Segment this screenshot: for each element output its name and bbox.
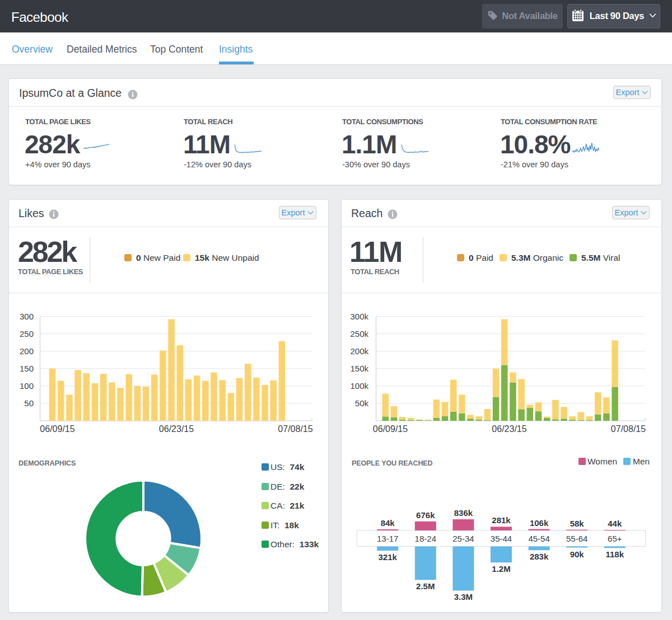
svg-text:65+: 65+ — [608, 534, 622, 543]
svg-text:250: 250 — [20, 329, 34, 339]
svg-text:321k: 321k — [379, 552, 398, 562]
svg-text:3.3M: 3.3M — [454, 592, 473, 602]
svg-text:1.2M: 1.2M — [492, 564, 510, 574]
svg-text:07/08/15: 07/08/15 — [611, 424, 646, 434]
svg-text:250k: 250k — [350, 329, 368, 339]
svg-text:50k: 50k — [355, 398, 369, 408]
svg-text:06/23/15: 06/23/15 — [492, 424, 526, 434]
svg-text:300k: 300k — [350, 312, 368, 321]
svg-text:45-54: 45-54 — [528, 534, 549, 543]
svg-text:84k: 84k — [381, 518, 395, 528]
svg-text:06/23/15: 06/23/15 — [159, 424, 194, 434]
svg-text:118k: 118k — [606, 549, 624, 559]
svg-text:2.5M: 2.5M — [416, 581, 435, 591]
svg-text:836k: 836k — [454, 508, 473, 518]
svg-text:300: 300 — [20, 312, 34, 321]
svg-text:06/09/15: 06/09/15 — [40, 424, 74, 434]
svg-text:90k: 90k — [570, 549, 585, 559]
svg-text:18-24: 18-24 — [415, 534, 436, 543]
svg-text:25-34: 25-34 — [452, 534, 474, 543]
svg-text:281k: 281k — [492, 515, 511, 525]
svg-text:150k: 150k — [350, 364, 368, 373]
svg-text:283k: 283k — [530, 552, 549, 561]
svg-text:55-64: 55-64 — [566, 534, 587, 543]
svg-text:100: 100 — [20, 381, 34, 391]
svg-text:44k: 44k — [608, 519, 622, 528]
svg-text:13-17: 13-17 — [377, 534, 398, 543]
svg-text:58k: 58k — [570, 519, 585, 528]
svg-text:35-44: 35-44 — [491, 534, 512, 543]
svg-text:06/09/15: 06/09/15 — [373, 424, 408, 434]
svg-text:200: 200 — [20, 346, 34, 356]
svg-text:106k: 106k — [530, 518, 549, 528]
svg-text:100k: 100k — [350, 381, 368, 391]
svg-text:07/08/15: 07/08/15 — [278, 424, 312, 434]
svg-text:676k: 676k — [416, 510, 435, 520]
svg-text:200k: 200k — [350, 346, 368, 356]
svg-text:50: 50 — [24, 398, 34, 408]
svg-text:150: 150 — [20, 364, 34, 373]
